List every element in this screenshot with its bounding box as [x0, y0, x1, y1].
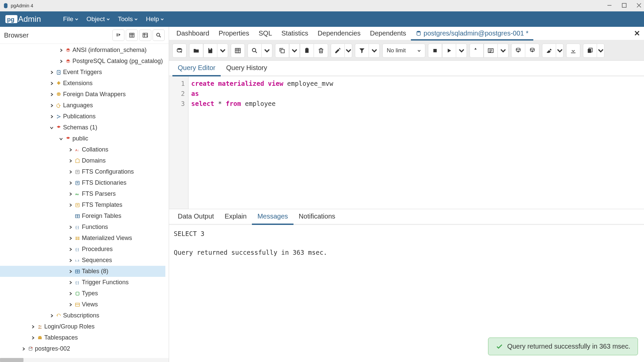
explain-dropdown[interactable] — [498, 44, 508, 58]
menu-tools[interactable]: Tools — [118, 15, 138, 23]
tree-toggle[interactable] — [49, 93, 54, 96]
tree-item[interactable]: FTS Templates — [0, 199, 165, 210]
edit-pencil-button[interactable] — [331, 44, 345, 58]
limit-select[interactable]: No limit — [382, 44, 425, 58]
output-tab[interactable]: Notifications — [293, 209, 341, 224]
tree-toggle[interactable] — [49, 126, 54, 129]
tab-close-button[interactable]: ✕ — [634, 29, 640, 38]
menu-object[interactable]: Object — [87, 15, 110, 23]
find-dropdown[interactable] — [262, 44, 272, 58]
tree-item[interactable]: Tablespaces — [0, 332, 165, 343]
tree-item[interactable]: Domains — [0, 155, 165, 166]
output-tab[interactable]: Messages — [252, 209, 293, 225]
tree-toggle[interactable] — [68, 192, 73, 196]
tab-dependents[interactable]: Dependents — [365, 27, 411, 40]
tree-item[interactable]: Tables (8) — [0, 266, 165, 277]
query-tool-button[interactable] — [112, 29, 124, 41]
stop-button[interactable] — [428, 44, 442, 58]
save-dropdown[interactable] — [217, 44, 228, 58]
tree-toggle[interactable] — [21, 347, 26, 351]
tree-toggle[interactable] — [49, 71, 54, 74]
tab-statistics[interactable]: Statistics — [277, 27, 313, 40]
tree-item[interactable]: Languages — [0, 100, 165, 111]
explain-button[interactable] — [470, 44, 484, 58]
paste-button[interactable] — [300, 44, 314, 58]
tab-active-query[interactable]: postgres/sqladmin@postgres-001 * — [411, 27, 533, 41]
connection-button[interactable] — [172, 44, 186, 58]
tree-item[interactable]: Schemas (1) — [0, 122, 165, 133]
tree-item[interactable]: {·}Procedures — [0, 244, 165, 255]
commit-button[interactable] — [511, 44, 525, 58]
clear-dropdown[interactable] — [556, 44, 564, 58]
code-editor[interactable]: 123 create materialized view employee_mv… — [169, 76, 644, 209]
tree-item[interactable]: {·}Functions — [0, 222, 165, 233]
explain-analyze-button[interactable] — [484, 44, 498, 58]
tree-item[interactable]: postgres-002 — [0, 343, 165, 354]
tree-item[interactable]: 1..3Sequences — [0, 255, 165, 266]
tree-toggle[interactable] — [58, 49, 64, 52]
tree-toggle[interactable] — [68, 281, 73, 284]
tree-item[interactable]: PostgreSQL Catalog (pg_catalog) — [0, 56, 165, 67]
tree-item[interactable]: Foreign Tables — [0, 210, 165, 222]
scratch-pad-dropdown[interactable] — [597, 44, 604, 58]
tree-toggle[interactable] — [68, 181, 73, 185]
tree-item[interactable]: {·}Trigger Functions — [0, 277, 165, 288]
search-button[interactable] — [153, 29, 165, 41]
filter-button[interactable] — [139, 29, 151, 41]
delete-button[interactable] — [314, 44, 328, 58]
tree-toggle[interactable] — [49, 104, 54, 107]
save-button[interactable] — [203, 44, 217, 58]
tab-properties[interactable]: Properties — [214, 27, 254, 40]
tree-toggle[interactable] — [49, 115, 54, 118]
tree-toggle[interactable] — [68, 159, 73, 163]
menu-file[interactable]: File — [63, 15, 78, 23]
maximize-button[interactable] — [622, 3, 627, 9]
tree-item[interactable]: Login/Group Roles — [0, 321, 165, 332]
tree-item[interactable]: public — [0, 133, 165, 144]
query-tab[interactable]: Query History — [221, 61, 272, 75]
edit-pencil-dropdown[interactable] — [345, 44, 352, 58]
tree-item[interactable]: Views — [0, 299, 165, 310]
menu-help[interactable]: Help — [146, 15, 164, 23]
output-tab[interactable]: Data Output — [172, 209, 219, 224]
edit-button[interactable] — [231, 44, 245, 58]
tree-toggle[interactable] — [58, 60, 64, 63]
tree-toggle[interactable] — [68, 203, 73, 207]
tree-item[interactable]: Event Triggers — [0, 67, 165, 78]
tree-item[interactable]: Materialized Views — [0, 233, 165, 244]
tree-toggle[interactable] — [49, 314, 54, 317]
tree-item[interactable]: ANSI (information_schema) — [0, 45, 165, 56]
close-button[interactable] — [637, 3, 641, 9]
filter-toolbar-button[interactable] — [355, 44, 369, 58]
tree-item[interactable]: Publications — [0, 111, 165, 122]
tree-item[interactable]: FTS Dictionaries — [0, 177, 165, 188]
copy-dropdown[interactable] — [289, 44, 300, 58]
tab-sql[interactable]: SQL — [254, 27, 277, 40]
tree-toggle[interactable] — [58, 137, 64, 140]
filter-dropdown[interactable] — [369, 44, 380, 58]
tree-item[interactable]: Subscriptions — [0, 310, 165, 321]
tree-item[interactable]: Foreign Data Wrappers — [0, 89, 165, 100]
tree-toggle[interactable] — [68, 237, 73, 240]
query-tab[interactable]: Query Editor — [172, 61, 221, 76]
open-file-button[interactable] — [189, 44, 203, 58]
tree-item[interactable]: AaFTS Parsers — [0, 188, 165, 199]
tree-toggle[interactable] — [68, 303, 73, 306]
tree-toggle[interactable] — [68, 270, 73, 273]
tree-toggle[interactable] — [68, 259, 73, 262]
tree-item[interactable]: FTS Configurations — [0, 166, 165, 177]
tab-dependencies[interactable]: Dependencies — [313, 27, 365, 40]
tree-item[interactable]: Extensions — [0, 78, 165, 89]
minimize-button[interactable] — [607, 3, 612, 9]
scratch-pad-button[interactable] — [583, 44, 597, 58]
horizontal-scrollbar[interactable] — [0, 358, 169, 362]
tree-item[interactable]: Types — [0, 288, 165, 299]
view-data-button[interactable] — [126, 29, 138, 41]
tree-toggle[interactable] — [30, 325, 36, 328]
tree-toggle[interactable] — [68, 248, 73, 251]
output-tab[interactable]: Explain — [219, 209, 252, 224]
tree-toggle[interactable] — [49, 82, 54, 85]
tree-toggle[interactable] — [68, 148, 73, 152]
tab-dashboard[interactable]: Dashboard — [172, 27, 214, 40]
tree-view[interactable]: ANSI (information_schema)PostgreSQL Cata… — [0, 44, 169, 362]
